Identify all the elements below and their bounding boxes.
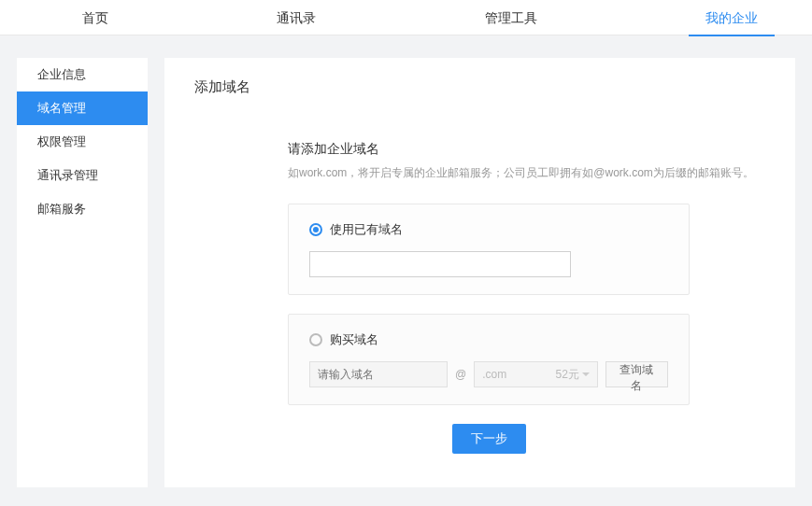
buy-domain-row: @ .com 52元 查询域名 (309, 361, 668, 387)
add-domain-section: 请添加企业域名 如work.com，将开启专属的企业邮箱服务；公司员工即拥有如@… (194, 141, 765, 454)
option-existing-panel: 使用已有域名 (288, 204, 690, 295)
page-title: 添加域名 (194, 78, 765, 96)
topnav-my-enterprise[interactable]: 我的企业 (689, 1, 775, 35)
tld-value: .com (482, 368, 506, 381)
sidebar-item-mail-service[interactable]: 邮箱服务 (17, 192, 148, 226)
chevron-down-icon (582, 372, 590, 376)
section-desc: 如work.com，将开启专属的企业邮箱服务；公司员工即拥有如@work.com… (288, 165, 765, 181)
radio-existing-icon (309, 223, 322, 236)
sidebar-item-enterprise-info[interactable]: 企业信息 (17, 58, 148, 91)
tld-select[interactable]: .com 52元 (474, 361, 598, 387)
option-existing-header[interactable]: 使用已有域名 (309, 221, 668, 238)
top-nav: 首页 通讯录 管理工具 我的企业 (0, 0, 812, 35)
section-title: 请添加企业域名 (288, 141, 765, 158)
sidebar-item-permission-manage[interactable]: 权限管理 (17, 125, 148, 159)
buy-domain-input[interactable] (309, 361, 448, 387)
radio-buy-icon (309, 333, 322, 346)
sidebar-item-contacts-manage[interactable]: 通讯录管理 (17, 159, 148, 192)
tld-price: 52元 (556, 367, 579, 383)
existing-domain-input[interactable] (309, 251, 571, 277)
next-button[interactable]: 下一步 (452, 424, 526, 454)
option-buy-label: 购买域名 (330, 331, 378, 348)
sidebar: 企业信息 域名管理 权限管理 通讯录管理 邮箱服务 (17, 58, 148, 487)
option-buy-panel: 购买域名 @ .com 52元 查询域名 (288, 314, 690, 405)
topnav-tools[interactable]: 管理工具 (468, 1, 554, 35)
main-panel: 添加域名 请添加企业域名 如work.com，将开启专属的企业邮箱服务；公司员工… (164, 58, 795, 487)
topnav-contacts[interactable]: 通讯录 (260, 1, 333, 35)
at-sign: @ (455, 368, 466, 381)
option-existing-label: 使用已有域名 (330, 221, 403, 238)
next-button-wrap: 下一步 (288, 424, 690, 454)
option-buy-header[interactable]: 购买域名 (309, 331, 668, 348)
sidebar-item-domain-manage[interactable]: 域名管理 (17, 91, 148, 125)
topnav-home[interactable]: 首页 (65, 1, 125, 35)
top-nav-items: 首页 通讯录 管理工具 我的企业 (0, 1, 812, 35)
query-domain-button[interactable]: 查询域名 (605, 361, 668, 387)
